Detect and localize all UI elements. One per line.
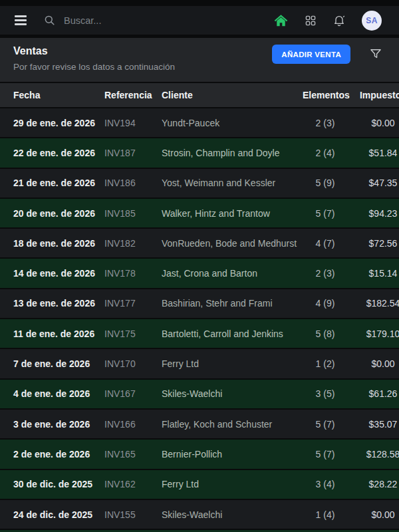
cell-impuesto: $72.56	[348, 238, 399, 249]
cell-elementos: 5 (7)	[303, 419, 348, 430]
cell-referencia: INV175	[104, 329, 162, 339]
cell-referencia: INV194	[104, 118, 162, 128]
cell-fecha: 30 de dic. de 2025	[13, 479, 104, 489]
cell-impuesto: $0.00	[348, 509, 399, 520]
add-sale-button[interactable]: AÑADIR VENTA	[272, 45, 350, 64]
cell-elementos: 4 (9)	[303, 298, 348, 309]
cell-impuesto: $0.00	[348, 118, 399, 128]
cell-impuesto: $179.10	[348, 329, 399, 339]
cell-fecha: 13 de ene. de 2026	[13, 298, 104, 309]
cell-cliente: Bashirian, Stehr and Frami	[162, 298, 303, 309]
table-row[interactable]: 29 de ene. de 2026 INV194 Yundt-Paucek 2…	[0, 108, 399, 138]
cell-impuesto: $51.84	[348, 148, 399, 158]
cell-fecha: 21 de ene. de 2026	[13, 178, 104, 188]
cell-elementos: 2 (4)	[303, 148, 348, 158]
navbar-right-icons: SA	[273, 11, 382, 31]
table-row[interactable]: 7 de ene. de 2026 INV170 Ferry Ltd 1 (2)…	[0, 349, 399, 379]
cell-impuesto: $94.23	[348, 208, 399, 219]
table-row[interactable]: 13 de ene. de 2026 INV177 Bashirian, Ste…	[0, 289, 399, 319]
navbar: SA	[0, 6, 399, 35]
cell-fecha: 14 de ene. de 2026	[13, 268, 104, 279]
search-icon	[43, 14, 56, 27]
avatar[interactable]: SA	[362, 11, 382, 31]
cell-cliente: Flatley, Koch and Schuster	[162, 419, 303, 430]
table-header-row: Fecha Referencia Cliente Elementos Impue…	[0, 82, 399, 108]
cell-cliente: Skiles-Waelchi	[162, 388, 303, 399]
store-icon[interactable]	[273, 13, 289, 28]
cell-cliente: Bernier-Pollich	[162, 449, 303, 460]
apps-grid-icon[interactable]	[305, 15, 317, 27]
table-row[interactable]: 4 de ene. de 2026 INV167 Skiles-Waelchi …	[0, 380, 399, 410]
table-row[interactable]: 11 de ene. de 2026 INV175 Bartoletti, Ca…	[0, 319, 399, 349]
table-row[interactable]: 3 de ene. de 2026 INV166 Flatley, Koch a…	[0, 410, 399, 440]
cell-elementos: 4 (7)	[303, 238, 348, 249]
cell-cliente: Strosin, Champlin and Doyle	[162, 148, 303, 158]
cell-impuesto: $28.22	[348, 479, 399, 489]
cell-referencia: INV166	[104, 419, 162, 430]
menu-icon[interactable]	[15, 15, 27, 25]
cell-cliente: Jast, Crona and Barton	[162, 268, 303, 279]
cell-fecha: 2 de ene. de 2026	[13, 449, 104, 460]
page-subtitle: Por favor revise los datos a continuació…	[13, 62, 175, 72]
search-bar	[43, 14, 217, 27]
filter-funnel-icon[interactable]	[369, 47, 382, 63]
cell-fecha: 11 de ene. de 2026	[13, 329, 104, 339]
cell-fecha: 4 de ene. de 2026	[13, 388, 104, 399]
cell-fecha: 29 de ene. de 2026	[13, 118, 104, 128]
cell-impuesto: $128.58	[348, 449, 399, 460]
cell-referencia: INV186	[104, 178, 162, 188]
cell-elementos: 3 (5)	[303, 388, 348, 399]
cell-referencia: INV177	[104, 298, 162, 309]
cell-referencia: INV182	[104, 238, 162, 249]
cell-elementos: 3 (4)	[303, 479, 348, 489]
cell-impuesto: $15.14	[348, 268, 399, 279]
table-row[interactable]: 20 de ene. de 2026 INV185 Walker, Hintz …	[0, 199, 399, 229]
column-header-fecha[interactable]: Fecha	[13, 90, 104, 100]
cell-impuesto: $47.35	[348, 178, 399, 188]
cell-fecha: 18 de ene. de 2026	[13, 238, 104, 249]
cell-fecha: 20 de ene. de 2026	[13, 208, 104, 219]
cell-impuesto: $182.54	[348, 298, 399, 309]
cell-elementos: 2 (3)	[303, 268, 348, 279]
notifications-bell-icon[interactable]	[332, 14, 346, 27]
cell-cliente: Bartoletti, Carroll and Jenkins	[162, 329, 303, 339]
cell-referencia: INV155	[104, 509, 162, 520]
table-row[interactable]: 24 de dic. de 2025 INV155 Skiles-Waelchi…	[0, 500, 399, 530]
table-row[interactable]: 22 de ene. de 2026 INV187 Strosin, Champ…	[0, 138, 399, 168]
column-header-elementos[interactable]: Elementos	[303, 90, 348, 100]
cell-elementos: 5 (7)	[303, 208, 348, 219]
cell-fecha: 3 de ene. de 2026	[13, 419, 104, 430]
cell-cliente: Yundt-Paucek	[162, 118, 303, 128]
column-header-impuestos[interactable]: Impuestos	[348, 90, 399, 100]
search-input[interactable]	[64, 15, 217, 26]
cell-fecha: 24 de dic. de 2025	[13, 509, 104, 520]
column-header-referencia[interactable]: Referencia	[104, 90, 162, 100]
cell-referencia: INV167	[104, 388, 162, 399]
cell-referencia: INV170	[104, 358, 162, 369]
column-header-cliente[interactable]: Cliente	[162, 90, 303, 100]
table-body: 29 de ene. de 2026 INV194 Yundt-Paucek 2…	[0, 108, 399, 530]
table-row[interactable]: 30 de dic. de 2025 INV162 Ferry Ltd 3 (4…	[0, 470, 399, 500]
cell-elementos: 5 (8)	[303, 329, 348, 339]
page-title: Ventas	[13, 45, 48, 57]
table-row[interactable]: 18 de ene. de 2026 INV182 VonRueden, Bod…	[0, 229, 399, 259]
table-row[interactable]: 14 de ene. de 2026 INV178 Jast, Crona an…	[0, 259, 399, 289]
cell-referencia: INV162	[104, 479, 162, 489]
cell-cliente: Walker, Hintz and Trantow	[162, 208, 303, 219]
cell-impuesto: $35.07	[348, 419, 399, 430]
cell-elementos: 1 (4)	[303, 509, 348, 520]
cell-elementos: 5 (7)	[303, 449, 348, 460]
app-window: SA Ventas Por favor revise los datos a c…	[0, 0, 399, 532]
cell-fecha: 7 de ene. de 2026	[13, 358, 104, 369]
table-row[interactable]: 21 de ene. de 2026 INV186 Yost, Weimann …	[0, 169, 399, 199]
cell-elementos: 2 (3)	[303, 118, 348, 128]
table-row[interactable]: 2 de ene. de 2026 INV165 Bernier-Pollich…	[0, 440, 399, 469]
cell-referencia: INV165	[104, 449, 162, 460]
cell-cliente: Yost, Weimann and Kessler	[162, 178, 303, 188]
top-black-strip	[0, 0, 399, 6]
cell-fecha: 22 de ene. de 2026	[13, 148, 104, 158]
cell-elementos: 5 (9)	[303, 178, 348, 188]
cell-referencia: INV178	[104, 268, 162, 279]
cell-impuesto: $0.00	[348, 358, 399, 369]
cell-impuesto: $61.26	[348, 388, 399, 399]
